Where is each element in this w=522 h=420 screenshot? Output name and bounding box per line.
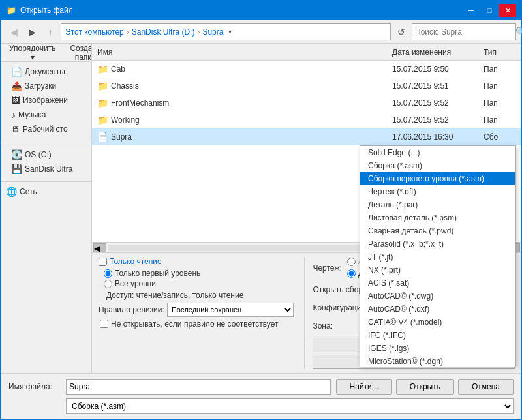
dropdown-item-0[interactable]: Solid Edge (...) [360, 146, 515, 159]
titlebar-controls: ─ □ ✕ [463, 4, 516, 17]
sidebar-c-drive-label: OS (C:) [25, 150, 52, 159]
file-type: Пап [484, 98, 516, 108]
breadcrumb-folder[interactable]: Supra [202, 27, 223, 37]
file-name: FrontMechanism [111, 98, 392, 108]
col-date-header[interactable]: Дата изменения [392, 48, 484, 57]
sidebar-downloads-label: Загрузки [25, 82, 56, 91]
dropdown-item-3[interactable]: Чертеж (*.dft) [360, 185, 515, 198]
new-folder-button[interactable]: Создать папку [64, 44, 92, 64]
table-row[interactable]: 📁 Cab 15.07.2015 9:50 Пап [92, 61, 521, 78]
access-info: Доступ: чтение/запись, только чтение [99, 291, 294, 300]
dropdown-item-8[interactable]: JT (*.jt) [360, 250, 515, 263]
revision-dropdown[interactable]: Последний сохранен [167, 303, 294, 317]
filetype-row: Сборка (*.asm) [8, 398, 514, 414]
breadcrumb-bar: Этот компьютер › SanDisk Ultra (D:) › Su… [61, 23, 391, 40]
minimize-button[interactable]: ─ [463, 4, 480, 17]
file-name: Supra [111, 132, 392, 142]
col-name-header[interactable]: Имя [97, 48, 392, 57]
dropdown-item-4[interactable]: Деталь (*.par) [360, 198, 515, 211]
all-levels-radio[interactable] [104, 280, 112, 288]
open-button[interactable]: Открыть [396, 379, 454, 395]
refresh-button[interactable]: ↺ [393, 24, 409, 40]
folder-icon: 📁 [97, 98, 108, 108]
find-button[interactable]: Найти... [336, 379, 392, 395]
activate-radio[interactable] [347, 258, 356, 266]
organize-button[interactable]: Упорядочить ▾ [3, 44, 61, 64]
breadcrumb-computer[interactable]: Этот компьютер [65, 27, 124, 37]
first-level-radio[interactable] [104, 269, 112, 278]
dropdown-item-14[interactable]: IFC (*.IFC) [360, 329, 515, 342]
dropdown-item-7[interactable]: Parasolid (*.x_b;*.x_t) [360, 237, 515, 250]
readonly-label: Только чтение [110, 257, 162, 266]
back-button[interactable]: ◀ [6, 24, 22, 40]
dropdown-item-5[interactable]: Листовая деталь (*.psm) [360, 211, 515, 224]
dropdown-item-1[interactable]: Сборка (*.asm) [360, 159, 515, 172]
close-button[interactable]: ✕ [499, 4, 516, 17]
draft-label: Чертеж: [313, 263, 341, 273]
breadcrumb-sep1: › [127, 27, 129, 37]
forward-button[interactable]: ▶ [24, 24, 40, 40]
desktop-icon: 🖥 [11, 124, 20, 134]
file-name: Cab [111, 65, 392, 74]
sidebar-divider1 [1, 142, 91, 142]
dropdown-item-10[interactable]: ACIS (*.sat) [360, 277, 515, 290]
search-input[interactable] [412, 27, 515, 37]
access-label: Доступ: чтение/запись, только чтение [101, 291, 243, 300]
sidebar-item-c-drive[interactable]: 💽 OS (C:) [1, 147, 91, 162]
table-row[interactable]: 📁 FrontMechanism 15.07.2015 9:52 Пап [92, 95, 521, 112]
sidebar-images-label: Изображени [23, 96, 68, 105]
window-icon: 📁 [6, 5, 16, 16]
dropdown-item-9[interactable]: NX (*.prt) [360, 263, 515, 277]
file-date: 15.07.2015 9:50 [392, 65, 484, 74]
dont-open-text: Не открывать, если правило не соответств… [111, 320, 278, 329]
breadcrumb-drive[interactable]: SanDisk Ultra (D:) [132, 27, 195, 37]
sidebar-favorites: 📄 Документы 📥 Загрузки 🖼 Изображени ♪ Му… [1, 62, 91, 139]
search-button[interactable]: 🔍 [515, 24, 522, 40]
revision-row: Правило ревизии: Последний сохранен [99, 303, 294, 317]
filename-label: Имя файла: [8, 382, 61, 391]
table-row[interactable]: 📁 Working 15.07.2015 9:52 Пап [92, 112, 521, 128]
cancel-button[interactable]: Отмена [458, 379, 514, 395]
search-bar: 🔍 [412, 23, 516, 40]
dropdown-item-6[interactable]: Сварная деталь (*.pwd) [360, 224, 515, 237]
table-row[interactable]: 📄 Supra 17.06.2015 16:30 Сбо [92, 128, 521, 145]
filename-row: Имя файла: Найти... Открыть Отмена [8, 379, 514, 395]
nav-toolbar: ◀ ▶ ↑ Этот компьютер › SanDisk Ultra (D:… [1, 20, 521, 44]
sidebar-item-downloads[interactable]: 📥 Загрузки [1, 79, 91, 93]
all-levels-row: Все уровни [99, 279, 294, 288]
dropdown-item-11[interactable]: AutoCAD© (*.dwg) [360, 290, 515, 303]
titlebar-left: 📁 Открыть файл [6, 5, 73, 16]
sidebar-item-images[interactable]: 🖼 Изображени [1, 93, 91, 108]
up-button[interactable]: ↑ [42, 24, 58, 40]
dropdown-item-2[interactable]: Сборка верхнего уровня (*.asm) [360, 172, 515, 185]
file-type: Пап [484, 115, 516, 125]
filename-input[interactable] [66, 379, 331, 395]
deactivate-radio[interactable] [347, 269, 356, 278]
file-name: Chassis [111, 82, 392, 91]
file-date: 15.07.2015 9:52 [392, 115, 484, 125]
scroll-left-btn[interactable]: ◀ [93, 243, 106, 252]
network-icon: 🌐 [6, 187, 17, 197]
sidebar-item-docs[interactable]: 📄 Документы [1, 65, 91, 79]
sidebar-item-desktop[interactable]: 🖥 Рабочий сто [1, 122, 91, 136]
main-window: 📁 Открыть файл ─ □ ✕ ◀ ▶ ↑ Этот компьюте… [0, 0, 522, 420]
dropdown-item-15[interactable]: IGES (*.igs) [360, 342, 515, 355]
readonly-checkbox[interactable] [99, 258, 107, 266]
dont-open-checkbox[interactable] [100, 320, 108, 328]
sidebar-item-music[interactable]: ♪ Музыка [1, 108, 91, 122]
filetype-dropdown[interactable]: Сборка (*.asm) [66, 398, 514, 414]
dropdown-item-12[interactable]: AutoCAD© (*.dxf) [360, 303, 515, 316]
file-type: Пап [484, 65, 516, 74]
sidebar-item-network[interactable]: 🌐 Сеть [1, 185, 91, 199]
col-type-header[interactable]: Тип [484, 48, 516, 57]
readonly-row: Только чтение [99, 257, 294, 266]
dropdown-item-16[interactable]: MicroStation© (*.dgn) [360, 355, 515, 367]
file-date: 15.07.2015 9:51 [392, 82, 484, 91]
sidebar-item-sandisk[interactable]: 💾 SanDisk Ultra [1, 162, 91, 176]
dropdown-item-13[interactable]: CATIA© V4 (*.model) [360, 316, 515, 329]
table-row[interactable]: 📁 Chassis 15.07.2015 9:51 Пап [92, 78, 521, 95]
breadcrumb-chevron[interactable]: ▾ [228, 28, 232, 35]
all-levels-label: Все уровни [115, 279, 156, 288]
organize-label: Упорядочить ▾ [9, 44, 55, 62]
maximize-button[interactable]: □ [481, 4, 498, 17]
